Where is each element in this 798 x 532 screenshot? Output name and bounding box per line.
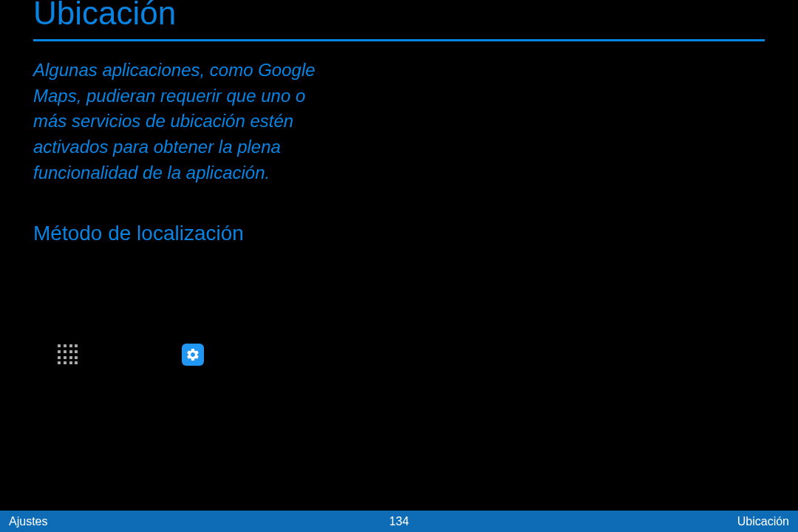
section-heading: Método de localización	[0, 222, 798, 245]
footer-left: Ajustes	[9, 515, 47, 528]
page-title: Ubicación	[0, 0, 798, 33]
footer-page-number: 134	[389, 515, 409, 528]
intro-paragraph: Algunas aplicaciones, como Google Maps, …	[0, 41, 369, 186]
footer-right: Ubicación	[737, 515, 789, 528]
footer-bar: Ajustes 134 Ubicación	[0, 511, 798, 532]
settings-gear-icon	[182, 344, 204, 366]
icons-row	[58, 344, 204, 366]
apps-grid-icon	[58, 344, 78, 365]
